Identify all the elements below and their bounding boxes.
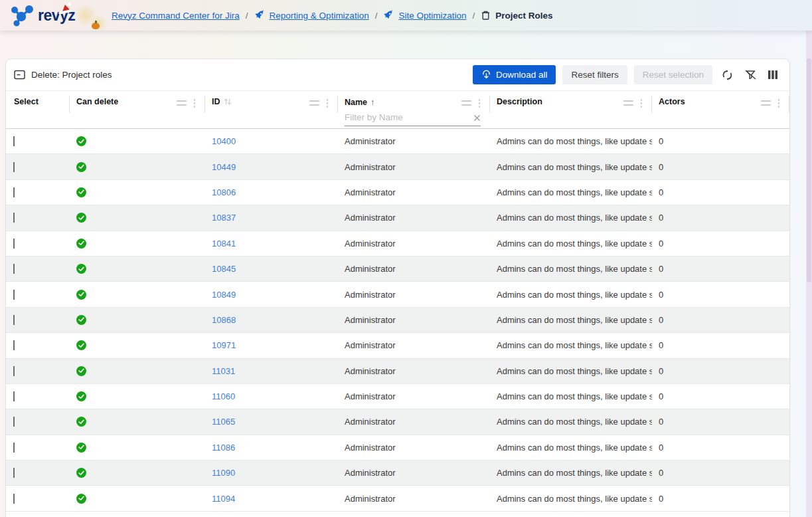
table-row: 10806 Administrator Admins can do most t… — [6, 180, 789, 205]
table-row: 11086 Administrator Admins can do most t… — [6, 435, 789, 461]
column-filter-icon[interactable] — [177, 100, 187, 106]
refresh-button[interactable] — [719, 67, 736, 83]
row-id-link[interactable]: 11060 — [212, 391, 235, 401]
columns-button[interactable] — [766, 68, 780, 82]
row-actors: 0 — [659, 366, 663, 376]
row-checkbox[interactable] — [13, 187, 15, 197]
breadcrumb-link-site-optimization[interactable]: Site Optimization — [398, 11, 466, 21]
header-actors[interactable]: Actors — [652, 91, 789, 128]
row-actors: 0 — [659, 136, 663, 146]
row-name: Administrator — [345, 264, 396, 274]
column-filter-icon[interactable] — [461, 100, 471, 106]
column-filter-icon[interactable] — [623, 100, 633, 106]
table-row: 11090 Administrator Admins can do most t… — [6, 461, 789, 486]
reset-selection-label: Reset selection — [643, 70, 704, 80]
row-id-link[interactable]: 11094 — [212, 494, 235, 504]
row-id-link[interactable]: 10841 — [212, 239, 236, 249]
row-checkbox[interactable] — [13, 136, 15, 146]
row-description: Admins can do most things, like update s… — [497, 239, 652, 249]
can-delete-check-icon — [76, 315, 86, 325]
scrollbar-thumb[interactable] — [807, 58, 811, 282]
row-name: Administrator — [345, 494, 396, 504]
breadcrumb-link-command-center[interactable]: Revyz Command Center for Jira — [112, 11, 240, 21]
row-id-link[interactable]: 10971 — [212, 340, 236, 350]
reset-selection-button[interactable]: Reset selection — [634, 65, 712, 84]
column-menu-icon[interactable] — [193, 99, 197, 108]
screen-icon — [14, 70, 25, 80]
row-checkbox[interactable] — [13, 443, 15, 453]
row-actors: 0 — [659, 340, 663, 350]
column-menu-icon[interactable] — [777, 99, 781, 108]
row-id-link[interactable]: 10449 — [212, 162, 236, 172]
row-checkbox[interactable] — [13, 162, 15, 172]
row-checkbox[interactable] — [13, 417, 15, 427]
breadcrumb-link-reporting-optimization[interactable]: Reporting & Optimization — [270, 11, 369, 21]
table-row: 11094 Administrator Admins can do most t… — [6, 486, 789, 511]
column-menu-icon[interactable] — [326, 99, 329, 108]
column-menu-icon[interactable] — [478, 99, 481, 108]
row-checkbox[interactable] — [13, 213, 15, 223]
clear-filter-button[interactable] — [742, 67, 759, 82]
can-delete-check-icon — [76, 366, 86, 376]
row-checkbox[interactable] — [13, 290, 15, 300]
filter-off-icon — [744, 69, 757, 80]
row-checkbox[interactable] — [13, 239, 15, 249]
can-delete-check-icon — [76, 391, 86, 401]
page-scrollbar[interactable] — [806, 31, 812, 517]
column-filter-icon[interactable] — [761, 100, 771, 106]
row-description: Admins can do most things, like update s… — [497, 136, 652, 146]
row-id-link[interactable]: 10400 — [212, 136, 236, 146]
name-filter-input[interactable] — [345, 110, 481, 126]
row-description: Admins can do most things, like update s… — [497, 315, 652, 325]
clear-name-filter-icon[interactable] — [473, 114, 481, 122]
table-row: 10837 Administrator Admins can do most t… — [6, 205, 789, 231]
row-id-link[interactable]: 11090 — [212, 468, 235, 478]
can-delete-check-icon — [76, 136, 86, 146]
row-checkbox[interactable] — [13, 494, 15, 504]
row-name: Administrator — [345, 290, 396, 300]
table-header: Select Can delete ID — [6, 91, 789, 129]
can-delete-check-icon — [76, 443, 86, 453]
row-name: Administrator — [345, 239, 396, 249]
header-id[interactable]: ID — [205, 91, 338, 128]
breadcrumb-separator: / — [375, 11, 378, 21]
row-name: Administrator — [345, 443, 396, 453]
table-row: 11065 Administrator Admins can do most t… — [6, 409, 789, 435]
row-description: Admins can do most things, like update s… — [497, 391, 652, 401]
refresh-icon — [721, 69, 734, 81]
row-checkbox[interactable] — [13, 315, 15, 325]
can-delete-check-icon — [76, 340, 86, 350]
row-description: Admins can do most things, like update s… — [497, 213, 652, 223]
row-checkbox[interactable] — [13, 366, 15, 376]
row-id-link[interactable]: 10837 — [212, 213, 236, 223]
header-description[interactable]: Description — [490, 91, 652, 128]
column-filter-icon[interactable] — [309, 100, 319, 106]
row-description: Admins can do most things, like update s… — [497, 366, 652, 376]
download-all-button[interactable]: Download all — [473, 65, 556, 84]
row-description: Admins can do most things, like update s… — [497, 340, 652, 350]
table-row: 10868 Administrator Admins can do most t… — [6, 308, 789, 333]
row-checkbox[interactable] — [13, 264, 15, 274]
row-id-link[interactable]: 11086 — [212, 443, 235, 453]
project-roles-panel: Delete: Project roles Download all Reset… — [5, 58, 790, 517]
row-id-link[interactable]: 11065 — [212, 417, 235, 427]
row-id-link[interactable]: 10806 — [212, 187, 236, 197]
column-menu-icon[interactable] — [640, 99, 643, 108]
table-row: 10400 Administrator Admins can do most t… — [6, 129, 789, 154]
reset-filters-label: Reset filters — [571, 70, 618, 80]
row-checkbox[interactable] — [13, 468, 15, 478]
header-can-delete[interactable]: Can delete — [70, 91, 205, 128]
table-row: 10841 Administrator Admins can do most t… — [6, 231, 789, 257]
row-checkbox[interactable] — [13, 391, 15, 401]
row-id-link[interactable]: 11031 — [212, 366, 235, 376]
row-name: Administrator — [345, 136, 396, 146]
reset-filters-button[interactable]: Reset filters — [562, 65, 627, 84]
pumpkin-decoration — [92, 23, 100, 29]
row-id-link[interactable]: 10868 — [212, 315, 236, 325]
row-id-link[interactable]: 10849 — [212, 290, 236, 300]
table-row: 11060 Administrator Admins can do most t… — [6, 384, 789, 409]
row-checkbox[interactable] — [13, 340, 15, 350]
row-description: Admins can do most things, like update s… — [497, 162, 652, 172]
row-id-link[interactable]: 10845 — [212, 264, 236, 274]
header-name[interactable]: Name ↑ — [338, 91, 490, 128]
